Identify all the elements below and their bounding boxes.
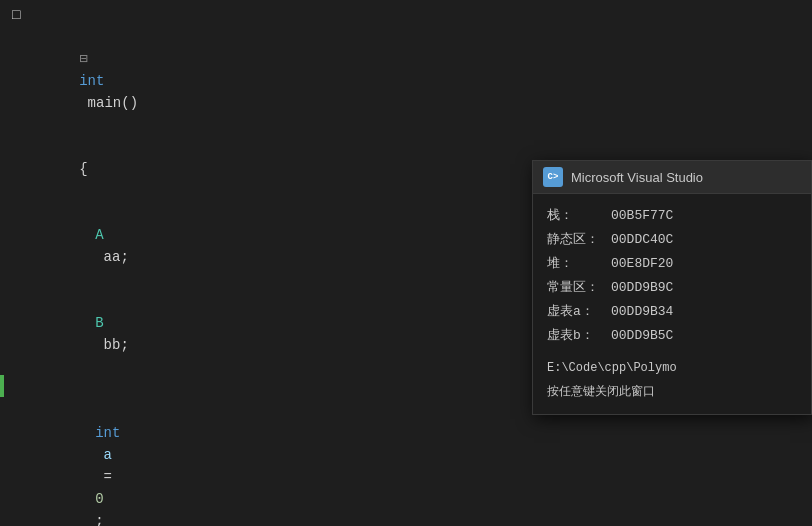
console-row-const: 常量区： 00DD9B9C xyxy=(547,276,797,300)
console-row-stack: 栈： 00B5F77C xyxy=(547,204,797,228)
vs-icon: C> xyxy=(543,167,563,187)
console-header: C> Microsoft Visual Studio xyxy=(533,161,811,194)
label-static: 静态区： xyxy=(547,228,607,252)
label-vtable-a: 虚表a： xyxy=(547,300,607,324)
type-A: A xyxy=(95,227,103,243)
label-const: 常量区： xyxy=(547,276,607,300)
code-editor: □ ⊟ int main() { A aa; B xyxy=(0,0,812,526)
console-body: 栈： 00B5F77C 静态区： 00DDC40C 堆： 00E8DF20 常量… xyxy=(533,194,811,414)
label-stack: 栈： xyxy=(547,204,607,228)
console-path: E:\Code\cpp\Polymo 按任意键关闭此窗口 xyxy=(547,352,797,404)
console-row-vtable-a: 虚表a： 00DD9B34 xyxy=(547,300,797,324)
value-static: 00DDC40C xyxy=(611,228,673,252)
collapse-icon[interactable]: ⊟ xyxy=(79,51,87,67)
value-vtable-a: 00DD9B34 xyxy=(611,300,673,324)
value-heap: 00E8DF20 xyxy=(611,252,673,276)
console-row-static: 静态区： 00DDC40C xyxy=(547,228,797,252)
plain-main: main() xyxy=(79,95,138,111)
type-B: B xyxy=(95,315,103,331)
green-bar xyxy=(0,375,4,397)
console-row-vtable-b: 虚表b： 00DD9B5C xyxy=(547,324,797,348)
value-vtable-b: 00DD9B5C xyxy=(611,324,673,348)
console-row-heap: 堆： 00E8DF20 xyxy=(547,252,797,276)
brace: { xyxy=(79,161,87,177)
line-int-a: int a = 0 ; xyxy=(0,400,812,526)
label-vtable-b: 虚表b： xyxy=(547,324,607,348)
console-title: Microsoft Visual Studio xyxy=(571,170,703,185)
line-top: □ xyxy=(0,4,812,26)
line-main: ⊟ int main() xyxy=(0,26,812,136)
console-popup: C> Microsoft Visual Studio 栈： 00B5F77C 静… xyxy=(532,160,812,415)
label-heap: 堆： xyxy=(547,252,607,276)
value-stack: 00B5F77C xyxy=(611,204,673,228)
kw-int: int xyxy=(79,73,104,89)
value-const: 00DD9B9C xyxy=(611,276,673,300)
